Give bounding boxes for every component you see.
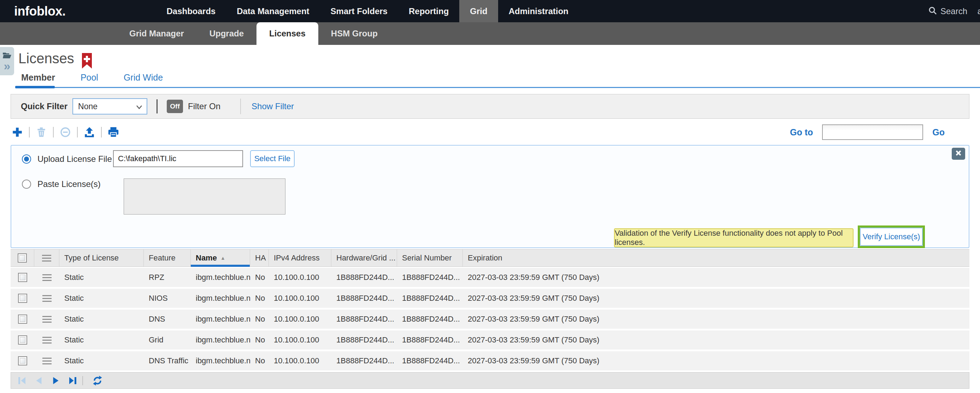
nav-item-smart-folders[interactable]: Smart Folders: [320, 0, 398, 22]
divider: [101, 127, 102, 137]
license-file-path-input[interactable]: [113, 150, 243, 167]
table-row[interactable]: Static DNS Traffic Co... ibgm.techblue.n…: [11, 351, 969, 371]
last-page-icon[interactable]: [67, 375, 79, 387]
table-row[interactable]: Static Grid ibgm.techblue.net No 10.100.…: [11, 331, 969, 350]
upload-license-file-option[interactable]: Upload License File: [22, 154, 112, 164]
search-label: Search: [940, 6, 967, 16]
table-pagination-bar: [11, 372, 969, 389]
column-header-name[interactable]: Name ▲: [191, 250, 250, 266]
row-checkbox[interactable]: [18, 336, 27, 345]
subnav-item-hsm-group[interactable]: HSM Group: [318, 22, 390, 45]
delete-icon[interactable]: [35, 126, 48, 139]
table-row[interactable]: Static DNS ibgm.techblue.net No 10.100.0…: [11, 310, 969, 329]
upload-file-radio[interactable]: [22, 154, 31, 164]
column-header-serial[interactable]: Serial Number: [397, 250, 463, 266]
subnav-item-licenses[interactable]: Licenses: [256, 22, 318, 45]
top-nav-menu: Dashboards Data Management Smart Folders…: [156, 0, 579, 22]
subnav-item-upgrade[interactable]: Upgrade: [197, 22, 256, 45]
row-checkbox[interactable]: [18, 315, 27, 324]
paste-license-textarea[interactable]: [124, 178, 285, 215]
nav-item-data-management[interactable]: Data Management: [226, 0, 320, 22]
divider: [29, 127, 30, 137]
cell-ipv4: 10.100.0.100: [269, 315, 331, 324]
column-header-type[interactable]: Type of License: [59, 250, 144, 266]
select-all-checkbox-cell[interactable]: [11, 250, 34, 266]
cell-serial: 1B888FD244D...: [397, 294, 463, 303]
cell-ha: No: [250, 273, 269, 282]
row-menu-icon[interactable]: [42, 316, 52, 323]
paste-licenses-option[interactable]: Paste License(s): [22, 179, 101, 189]
cell-name: ibgm.techblue.net: [191, 315, 250, 324]
column-menu-cell[interactable]: [34, 250, 59, 266]
cell-type: Static: [59, 336, 144, 345]
active-tab-indicator: [15, 86, 55, 88]
table-row[interactable]: Static RPZ ibgm.techblue.net No 10.100.0…: [11, 268, 969, 287]
row-checkbox[interactable]: [18, 356, 27, 366]
bookmark-add-icon[interactable]: [81, 53, 92, 71]
cell-name: ibgm.techblue.net: [191, 336, 250, 345]
row-menu-icon[interactable]: [42, 337, 52, 344]
column-header-feature[interactable]: Feature: [144, 250, 191, 266]
cell-expiration: 2027-03-03 23:59:59 GMT (750 Days): [463, 315, 969, 324]
verify-licenses-button[interactable]: Verify License(s): [860, 228, 923, 246]
go-button[interactable]: Go: [932, 127, 945, 137]
upload-icon[interactable]: [83, 126, 96, 139]
next-page-icon[interactable]: [50, 375, 62, 387]
nav-item-dashboards[interactable]: Dashboards: [156, 0, 226, 22]
nav-item-grid[interactable]: Grid: [459, 0, 498, 22]
infoblox-logo: infoblox.: [14, 4, 65, 19]
cell-expiration: 2027-03-03 23:59:59 GMT (750 Days): [463, 336, 969, 345]
page-title: Licenses: [18, 51, 74, 67]
column-header-hardware[interactable]: Hardware/Grid ...: [331, 250, 397, 266]
finder-panel-toggle[interactable]: »: [0, 47, 14, 75]
table-menu-icon[interactable]: [42, 255, 51, 261]
cell-expiration: 2027-03-03 23:59:59 GMT (750 Days): [463, 273, 969, 282]
tab-member[interactable]: Member: [21, 72, 55, 83]
column-header-expiration[interactable]: Expiration: [463, 250, 969, 266]
select-all-checkbox[interactable]: [18, 253, 27, 263]
search-icon: [928, 6, 937, 16]
row-checkbox[interactable]: [18, 273, 27, 282]
column-header-ha[interactable]: HA: [250, 250, 269, 266]
cell-expiration: 2027-03-03 23:59:59 GMT (750 Days): [463, 294, 969, 303]
cell-ipv4: 10.100.0.100: [269, 356, 331, 366]
close-panel-button[interactable]: [952, 148, 965, 160]
row-checkbox[interactable]: [18, 294, 27, 303]
previous-page-icon[interactable]: [33, 375, 45, 387]
row-menu-icon[interactable]: [42, 295, 52, 302]
quick-filter-selected-value: None: [78, 102, 97, 111]
subnav-item-grid-manager[interactable]: Grid Manager: [116, 22, 197, 45]
refresh-icon[interactable]: [92, 375, 103, 387]
quick-filter-dropdown[interactable]: None: [72, 98, 147, 115]
paste-license-radio[interactable]: [22, 180, 31, 189]
column-header-ipv4[interactable]: IPv4 Address: [269, 250, 331, 266]
cell-feature: NIOS: [144, 294, 191, 303]
goto-controls: Go to Go: [790, 124, 945, 140]
nav-item-reporting[interactable]: Reporting: [398, 0, 459, 22]
table-row[interactable]: Static NIOS ibgm.techblue.net No 10.100.…: [11, 289, 969, 308]
select-file-button[interactable]: Select File: [250, 150, 294, 167]
exclude-icon[interactable]: [59, 126, 72, 139]
print-icon[interactable]: [107, 126, 120, 139]
cell-type: Static: [59, 273, 144, 282]
cell-ipv4: 10.100.0.100: [269, 336, 331, 345]
upload-file-radio-label: Upload License File: [37, 154, 112, 164]
row-menu-icon[interactable]: [42, 274, 52, 281]
cell-ha: No: [250, 336, 269, 345]
cell-type: Static: [59, 315, 144, 324]
first-page-icon[interactable]: [16, 375, 28, 387]
add-icon[interactable]: [11, 126, 24, 139]
cell-name: ibgm.techblue.net: [191, 294, 250, 303]
nav-item-administration[interactable]: Administration: [498, 0, 579, 22]
row-menu-icon[interactable]: [42, 358, 52, 364]
show-filter-link[interactable]: Show Filter: [251, 102, 294, 111]
tab-grid-wide[interactable]: Grid Wide: [124, 72, 163, 83]
filter-on-toggle[interactable]: Off: [167, 100, 183, 113]
goto-input[interactable]: [822, 124, 923, 140]
license-view-tabs: Member Pool Grid Wide: [21, 72, 163, 83]
global-search[interactable]: Search: [928, 6, 967, 16]
tab-pool[interactable]: Pool: [81, 72, 98, 83]
cell-type: Static: [59, 356, 144, 366]
app-window: infoblox. Dashboards Data Management Sma…: [0, 0, 980, 393]
licenses-table-header: Type of License Feature Name ▲ HA IPv4 A…: [11, 249, 969, 267]
